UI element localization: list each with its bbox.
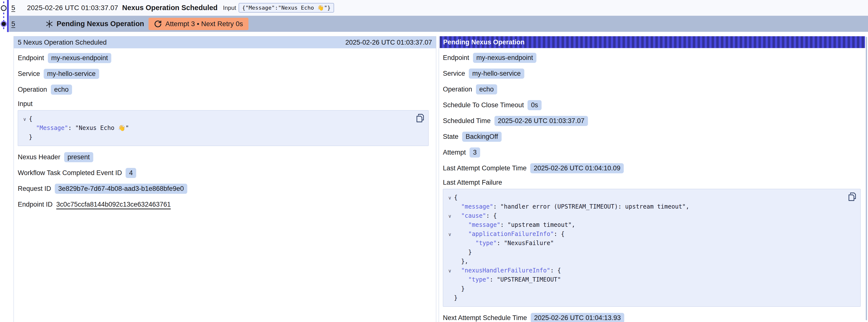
pending-panel-header: Pending Nexus Operation	[440, 36, 865, 48]
event-input-label: Input	[223, 4, 236, 11]
field-row: Schedule To Close Timeout0s	[443, 100, 861, 110]
field-value-badge: 2025-02-26 UTC 01:03:37.07	[494, 116, 588, 126]
field-label: Endpoint	[443, 54, 469, 62]
code-line: ∨ }	[445, 284, 843, 293]
json-text: : {	[486, 212, 497, 219]
left-panel-timestamp: 2025-02-26 UTC 01:03:37.07	[345, 39, 432, 46]
left-panel-body: Endpointmy-nexus-endpointServicemy-hello…	[14, 48, 436, 219]
pending-event-title: Pending Nexus Operation	[57, 20, 144, 28]
field-row: Servicemy-hello-service	[18, 68, 429, 79]
json-text	[454, 240, 475, 247]
code-line: ∨}	[445, 293, 843, 302]
field-row: Scheduled Time2025-02-26 UTC 01:03:37.07	[443, 116, 861, 126]
retry-icon	[154, 20, 162, 28]
field-row: Operationecho	[443, 84, 861, 94]
field-label: Nexus Header	[18, 153, 60, 161]
collapse-chevron-icon[interactable]: ∨	[445, 230, 454, 239]
field-row: Endpoint ID3c0c75ccfa8144b092c13ce632463…	[18, 199, 429, 210]
copy-button[interactable]	[848, 192, 857, 201]
temporal-event-history-screen: { "colors":{ "accent_indigo":"#4a43df","…	[0, 0, 868, 322]
field-row: Next Attempt Schedule Time2025-02-26 UTC…	[443, 313, 861, 322]
code-line: ∨ "message": "handler error (UPSTREAM_TI…	[445, 202, 843, 211]
endpoint-id-link[interactable]: 3c0c75ccfa8144b092c13ce632463761	[56, 201, 171, 208]
event-row-pending-nexus-operation[interactable]: 5 Pending Nexus Operation Attempt 3 • Ne…	[9, 16, 868, 32]
event-timeline-gutter	[0, 0, 10, 33]
timeline-node-current-icon	[1, 22, 6, 27]
collapse-chevron-icon[interactable]: ∨	[445, 212, 454, 220]
field-value-badge: present	[64, 152, 93, 162]
field-row: Last Attempt Complete Time2025-02-26 UTC…	[443, 163, 861, 173]
code-line: ∨ "Message": "Nexus Echo 👋"	[21, 124, 411, 133]
field-label: Request ID	[18, 185, 51, 193]
json-text: }	[29, 134, 32, 140]
retry-attempt-badge: Attempt 3 • Next Retry 0s	[149, 18, 248, 30]
panel-gap	[436, 36, 439, 322]
json-text: {	[29, 116, 32, 122]
copy-button[interactable]	[416, 114, 424, 123]
event-detail-panels: 5 Nexus Operation Scheduled 2025-02-26 U…	[13, 36, 868, 322]
json-key: "message"	[461, 203, 493, 210]
event-id-link[interactable]: 5	[11, 4, 15, 12]
pending-operation-icon	[45, 20, 54, 28]
json-key: "applicationFailureInfo"	[468, 230, 554, 237]
payload-codeblock: ∨{∨ "Message": "Nexus Echo 👋"∨}	[18, 110, 429, 146]
collapse-chevron-icon[interactable]: ∨	[445, 266, 454, 275]
json-text: : "Nexus Echo 👋"	[68, 125, 129, 131]
field-row: Workflow Task Completed Event ID4	[18, 168, 429, 178]
json-text	[454, 212, 461, 219]
event-row-nexus-operation-scheduled[interactable]: 5 2025-02-26 UTC 01:03:37.07 Nexus Opera…	[9, 0, 868, 16]
code-line: ∨ "applicationFailureInfo": {	[445, 229, 843, 239]
json-text: }	[454, 294, 458, 301]
json-text: : "upstream timeout",	[500, 221, 575, 228]
field-value-badge: 0s	[528, 100, 541, 110]
code-line: ∨}	[21, 133, 411, 142]
json-text: : {	[554, 230, 564, 237]
field-label: Service	[443, 70, 465, 77]
field-value-badge: 3e829b7e-7d67-4b08-aad3-b1e868bfe9e0	[55, 184, 187, 194]
json-text: }	[454, 285, 465, 292]
field-label: Input	[18, 100, 429, 108]
field-value-badge: 2025-02-26 UTC 01:04:13.93	[531, 313, 624, 322]
json-key: "message"	[468, 221, 500, 228]
field-value-badge: my-nexus-endpoint	[473, 53, 537, 63]
panel-pending-nexus-operation: Pending Nexus Operation Endpointmy-nexus…	[439, 36, 868, 322]
json-text	[454, 230, 468, 237]
event-title: Nexus Operation Scheduled	[122, 4, 218, 12]
right-panel-scrollbar[interactable]	[866, 37, 867, 320]
field-value-badge: echo	[476, 84, 497, 94]
field-value-badge: echo	[51, 85, 72, 95]
json-text	[454, 221, 468, 228]
event-rows: 5 2025-02-26 UTC 01:03:37.07 Nexus Opera…	[9, 0, 868, 32]
json-text	[454, 267, 461, 274]
field-row: StateBackingOff	[443, 131, 861, 142]
code-line: ∨{	[21, 115, 411, 124]
field-row: Request ID3e829b7e-7d67-4b08-aad3-b1e868…	[18, 184, 429, 194]
json-key: "Message"	[36, 125, 68, 131]
field-label: Workflow Task Completed Event ID	[18, 169, 122, 177]
json-text: : {	[550, 267, 561, 274]
field-row: Operationecho	[18, 84, 429, 95]
field-label: Schedule To Close Timeout	[443, 101, 524, 109]
collapse-chevron-icon[interactable]: ∨	[445, 193, 454, 202]
field-row: Nexus Headerpresent	[18, 152, 429, 162]
code-line: ∨ }	[445, 248, 843, 257]
json-text: : "handler error (UPSTREAM_TIMEOUT): ups…	[493, 203, 689, 210]
json-text: {	[454, 194, 458, 201]
field-value-badge: BackingOff	[462, 132, 502, 142]
event-id-link[interactable]: 5	[11, 20, 15, 28]
field-label: Last Attempt Complete Time	[443, 164, 527, 172]
json-text	[29, 125, 36, 131]
field-value-badge: my-hello-service	[469, 68, 524, 79]
collapse-chevron-icon[interactable]: ∨	[21, 115, 29, 124]
field-row: Servicemy-hello-service	[443, 68, 861, 79]
field-label: Next Attempt Schedule Time	[443, 314, 527, 322]
json-text	[454, 203, 461, 210]
pending-panel-title: Pending Nexus Operation	[443, 38, 525, 46]
timeline-node-open-icon	[1, 6, 6, 10]
right-panel-body: Endpointmy-nexus-endpointServicemy-hello…	[439, 48, 868, 322]
code-line: ∨ "message": "upstream timeout",	[445, 220, 843, 229]
json-text: : "NexusFailure"	[497, 240, 554, 247]
retry-attempt-text: Attempt 3 • Next Retry 0s	[165, 20, 243, 28]
field-row: Endpointmy-nexus-endpoint	[443, 53, 861, 63]
selected-group-accent-bar	[7, 0, 9, 32]
